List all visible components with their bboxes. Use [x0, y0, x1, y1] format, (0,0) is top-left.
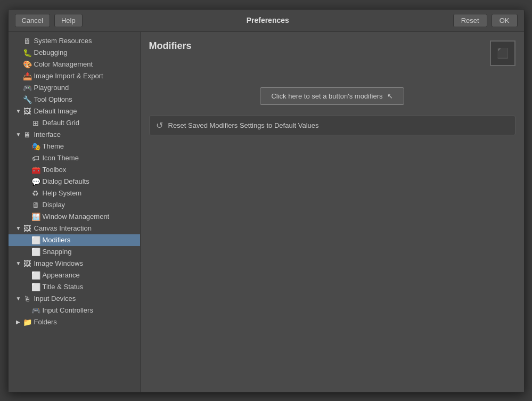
sidebar-label-default-image: Default Image — [34, 107, 77, 115]
reset-modifiers-row[interactable]: ↺ Reset Saved Modifiers Settings to Defa… — [149, 116, 515, 135]
sidebar-item-theme[interactable]: 🎭Theme — [9, 141, 140, 152]
sidebar: 🖥System Resources🐛Debugging🎨Color Manage… — [9, 32, 141, 392]
sidebar-label-playground: Playground — [34, 84, 69, 92]
sidebar-label-canvas-interaction: Canvas Interaction — [34, 224, 92, 232]
sidebar-label-help-system: Help System — [43, 189, 82, 197]
expand-arrow: ▶ — [16, 319, 21, 325]
sidebar-label-icon-theme: Icon Theme — [43, 154, 79, 162]
tree-icon-window-management: 🪟 — [31, 212, 40, 221]
sidebar-label-system-resources: System Resources — [34, 37, 92, 45]
tree-icon-folders: 📁 — [23, 318, 31, 326]
sidebar-label-snapping: Snapping — [43, 248, 72, 256]
tree-icon-snapping: ⬜ — [31, 248, 40, 256]
sidebar-label-debugging: Debugging — [34, 48, 68, 56]
sidebar-item-playground[interactable]: 🎮Playground — [9, 82, 140, 94]
sidebar-item-icon-theme[interactable]: 🏷Icon Theme — [9, 152, 140, 164]
reset-button[interactable]: Reset — [453, 14, 487, 27]
tree-icon-input-controllers: 🎮 — [31, 306, 40, 315]
content-area: Modifiers ⬛ Click here to set a button's… — [141, 32, 524, 392]
sidebar-item-default-image[interactable]: ▼🖼Default Image — [9, 105, 140, 117]
sidebar-label-image-windows: Image Windows — [34, 259, 83, 267]
sidebar-item-display[interactable]: 🖥Display — [9, 199, 140, 211]
expand-arrow: ▼ — [16, 108, 21, 114]
help-button[interactable]: Help — [54, 14, 83, 27]
sidebar-label-toolbox: Toolbox — [43, 166, 67, 174]
sidebar-label-appearance: Appearance — [43, 271, 80, 279]
sidebar-label-default-grid: Default Grid — [43, 119, 79, 127]
set-modifiers-button[interactable]: Click here to set a button's modifiers ↖ — [260, 87, 404, 105]
expand-arrow: ▼ — [16, 132, 21, 137]
sidebar-item-window-management[interactable]: 🪟Window Management — [9, 211, 140, 223]
reset-modifiers-icon: ↺ — [156, 120, 163, 130]
sidebar-label-input-controllers: Input Controllers — [43, 306, 93, 314]
tree-icon-color-management: 🎨 — [23, 60, 31, 69]
sidebar-label-theme: Theme — [43, 142, 64, 150]
sidebar-item-color-management[interactable]: 🎨Color Management — [9, 59, 140, 70]
tree-icon-toolbox: 🧰 — [31, 166, 40, 174]
sidebar-item-folders[interactable]: ▶📁Folders — [9, 316, 140, 328]
tree-icon-title-status: ⬜ — [31, 283, 40, 291]
sidebar-label-input-devices: Input Devices — [34, 294, 76, 302]
ok-button[interactable]: OK — [492, 14, 518, 27]
tree-icon-system-resources: 🖥 — [23, 37, 31, 45]
tree-icon-help-system: ♻ — [31, 189, 40, 198]
sidebar-item-title-status[interactable]: ⬜Title & Status — [9, 281, 140, 293]
sidebar-item-canvas-interaction[interactable]: ▼🖼Canvas Interaction — [9, 223, 140, 234]
content-header: Modifiers ⬛ — [149, 40, 515, 66]
tree-icon-tool-options: 🔧 — [23, 95, 31, 104]
sidebar-item-snapping[interactable]: ⬜Snapping — [9, 246, 140, 258]
sidebar-label-interface: Interface — [34, 130, 61, 138]
sidebar-item-modifiers[interactable]: ⬜Modifiers — [9, 234, 140, 246]
set-modifiers-label: Click here to set a button's modifiers — [271, 92, 382, 100]
tree-icon-display: 🖥 — [31, 201, 40, 209]
tree-icon-appearance: ⬜ — [31, 271, 40, 280]
sidebar-item-default-grid[interactable]: ⊞Default Grid — [9, 117, 140, 129]
dialog-title: Preferences — [87, 16, 449, 24]
sidebar-item-interface[interactable]: ▼🖥Interface — [9, 129, 140, 141]
sidebar-item-debugging[interactable]: 🐛Debugging — [9, 47, 140, 59]
cancel-button[interactable]: Cancel — [15, 14, 50, 27]
tree-icon-modifiers: ⬜ — [31, 236, 40, 244]
main-content: 🖥System Resources🐛Debugging🎨Color Manage… — [9, 32, 524, 392]
tree-icon-playground: 🎮 — [23, 84, 31, 92]
sidebar-item-image-windows[interactable]: ▼🖼Image Windows — [9, 258, 140, 269]
sidebar-item-image-import-export[interactable]: 📤Image Import & Export — [9, 70, 140, 82]
sidebar-label-folders: Folders — [34, 318, 57, 326]
sidebar-label-display: Display — [43, 201, 66, 209]
sidebar-item-input-devices[interactable]: ▼🖱Input Devices — [9, 293, 140, 305]
sidebar-label-tool-options: Tool Options — [34, 95, 72, 103]
sidebar-label-image-import-export: Image Import & Export — [34, 72, 103, 80]
sidebar-item-input-controllers[interactable]: 🎮Input Controllers — [9, 305, 140, 316]
tree-icon-theme: 🎭 — [31, 142, 40, 151]
sidebar-item-appearance[interactable]: ⬜Appearance — [9, 269, 140, 281]
expand-arrow: ▼ — [16, 225, 21, 231]
tree-icon-icon-theme: 🏷 — [31, 154, 40, 162]
titlebar: Cancel Help Preferences Reset OK — [9, 10, 524, 32]
preferences-dialog: Cancel Help Preferences Reset OK 🖥System… — [8, 9, 525, 392]
sidebar-label-dialog-defaults: Dialog Defaults — [43, 177, 89, 185]
sidebar-label-color-management: Color Management — [34, 60, 93, 68]
tree-icon-image-windows: 🖼 — [23, 259, 31, 268]
sidebar-label-window-management: Window Management — [43, 212, 110, 220]
page-title: Modifiers — [149, 40, 490, 52]
expand-arrow: ▼ — [16, 260, 21, 266]
tree-icon-interface: 🖥 — [23, 130, 31, 139]
tree-icon-debugging: 🐛 — [23, 48, 31, 57]
sidebar-item-dialog-defaults[interactable]: 💬Dialog Defaults — [9, 176, 140, 187]
cursor-icon: ↖ — [387, 92, 393, 100]
tree-icon-default-image: 🖼 — [23, 107, 31, 116]
sidebar-item-system-resources[interactable]: 🖥System Resources — [9, 35, 140, 47]
tree-icon-image-import-export: 📤 — [23, 72, 31, 80]
content-icon: ⬛ — [490, 40, 515, 66]
tree-icon-canvas-interaction: 🖼 — [23, 224, 31, 233]
expand-arrow: ▼ — [16, 296, 21, 301]
sidebar-item-toolbox[interactable]: 🧰Toolbox — [9, 164, 140, 176]
tree-icon-dialog-defaults: 💬 — [31, 177, 40, 186]
sidebar-item-tool-options[interactable]: 🔧Tool Options — [9, 94, 140, 105]
modifiers-icon: ⬛ — [497, 47, 509, 59]
sidebar-label-title-status: Title & Status — [43, 283, 84, 291]
tree-icon-default-grid: ⊞ — [31, 119, 40, 127]
titlebar-right-buttons: Reset OK — [453, 14, 518, 27]
sidebar-item-help-system[interactable]: ♻Help System — [9, 187, 140, 199]
reset-modifiers-label: Reset Saved Modifiers Settings to Defaul… — [168, 121, 319, 129]
